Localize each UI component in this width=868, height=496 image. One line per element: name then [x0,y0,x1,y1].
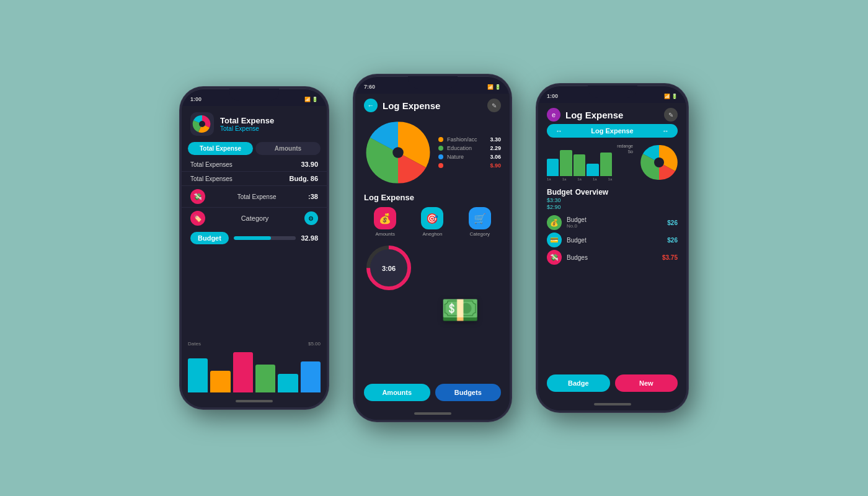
svg-point-1 [199,121,205,127]
app-icon [190,112,214,136]
bar-2 [210,371,230,392]
legend-item-3: Nature 3.06 [438,154,501,160]
budget-bar [234,236,296,240]
log-icon-2: 🎯 [421,207,443,229]
home-bar-2 [414,412,451,415]
expense-row-1: Total Expenses 33.90 [182,157,327,172]
volume-up-button-3 [536,151,538,172]
phone1-tabs: Total Expense Amounts [188,142,321,155]
overview-title: Budget [547,188,572,197]
legend-dot-2 [438,146,443,151]
volume-down-button [180,180,181,202]
silent-button [180,132,181,148]
bar-6 [301,361,321,392]
legend-text-2: Education [447,145,486,151]
circular-progress: 3:06 [364,243,414,293]
legend-value-4: $.90 [490,162,501,169]
overview-section: Budget Overview $3:30 $2:90 [538,184,686,213]
small-bars [547,148,612,176]
chart-legend-labels: redange So [617,144,633,181]
volume-up-button-2 [353,141,355,163]
edit-icon[interactable]: ✎ [487,99,501,112]
status-time-2: 7:60 [364,84,375,90]
overview-title-2: Overview [575,188,608,197]
log-label-3: Category [470,231,490,237]
bar-4 [255,365,275,392]
log-item-2[interactable]: 🎯 Aneghon [411,207,453,237]
expense-label-3: Total Expense [237,193,277,200]
legend-item-4: $.90 [438,162,501,169]
back-icon[interactable]: ← [364,99,378,112]
tab-total-expense[interactable]: Total Expense [188,142,253,155]
back-icon-3[interactable]: e [547,108,560,122]
badge-button[interactable]: Badge [547,374,610,392]
legend-dot-4 [438,163,443,168]
phone3-content: e Log Expense ✎ ↔ Log Expense ↔ [538,103,686,398]
bar-1 [188,358,208,392]
settings-icon[interactable]: ⚙ [304,211,318,225]
budget-value-2: $26 [667,237,678,244]
budget-item-2: 💳 Budget $26 [547,232,678,247]
phone-3: 1:00 📶 🔋 e Log Expense ✎ ↔ Log Expense ↔ [536,84,688,412]
phone1-titles: Total Expense Total Expense [220,116,318,132]
log-expense-tab[interactable]: ↔ Log Expense ↔ [547,124,678,138]
legend-dot-3 [438,154,443,159]
chart-label-left: Dates [188,341,201,347]
silent-button-3 [536,129,538,144]
pie-legend: Fashion/acc 3.30 Education 2.29 Nature 3… [438,136,501,169]
home-indicator-2 [355,407,510,420]
legend-dot-1 [438,137,443,142]
budget-label-1: Budget [567,216,662,223]
bar-chart-small: 1a 1a 1a 1a 1a [547,144,612,181]
budgets-button[interactable]: Budgets [435,384,502,401]
legend-value-3: 3.06 [490,154,501,160]
expense-label-1: Total Expenses [190,161,232,168]
expense-value-3: :38 [308,193,318,200]
power-button [327,138,329,169]
phone3-bottom-btns: Badge New [538,371,686,398]
tab-arrow-right: ↔ [662,127,669,135]
budget-icon-3: 💸 [547,250,562,265]
budget-row: Budget 32.98 [182,229,327,247]
chart-label-right: $5.00 [308,341,321,347]
log-item-3[interactable]: 🛒 Category [459,207,501,237]
legend-item-1: Fashion/acc 3.30 [438,136,501,143]
overview-values: $3:30 $2:90 [547,197,678,210]
phone2-bottom-btns: Amounts Budgets [355,380,510,407]
phone3-header: e Log Expense ✎ [538,103,686,124]
notch [229,89,279,101]
power-button-3 [687,135,688,166]
tab-amounts[interactable]: Amounts [255,142,321,155]
expense-row-2: Total Expenses Budg. 86 [182,172,327,186]
money-icon: 💵 [441,292,479,328]
legend-text-3: Nature [447,154,486,160]
power-button-2 [510,126,512,157]
log-item-1[interactable]: 💰 Amounts [364,207,406,237]
tab-arrow-left: ↔ [556,127,562,135]
chart-labels: Dates $5.00 [188,341,321,347]
budget-value-1: $26 [667,219,678,226]
expense-value-2: Budg. 86 [290,175,318,182]
budget-item-1: 💰 Budget No.0 $26 [547,215,678,230]
volume-down-button-2 [353,168,355,190]
category-icon: 🏷️ [190,211,205,226]
pie-chart-small [640,144,678,181]
phone2-content: ← Log Expense ✎ Fashion/acc [355,94,510,407]
budget-button[interactable]: Budget [190,232,229,244]
notch-2 [408,76,458,89]
home-bar-3 [594,403,631,405]
phone3-title: Log Expense [565,110,659,120]
edit-icon-3[interactable]: ✎ [664,108,678,122]
phone1-header: Total Expense Total Expense [182,106,327,140]
pie-chart-large [364,118,432,187]
phones-container: 1:00 📶 🔋 Total Expense Total [180,74,688,422]
log-label-1: Amounts [375,231,395,237]
home-bar-1 [236,400,273,402]
new-button[interactable]: New [615,374,678,392]
legend-item-2: Education 2.29 [438,145,501,151]
bar-3 [233,352,253,392]
amounts-button[interactable]: Amounts [364,384,430,401]
legend-text-1: Fashion/acc [447,136,486,143]
small-bar-4 [587,164,598,176]
category-label: Category [241,215,269,222]
